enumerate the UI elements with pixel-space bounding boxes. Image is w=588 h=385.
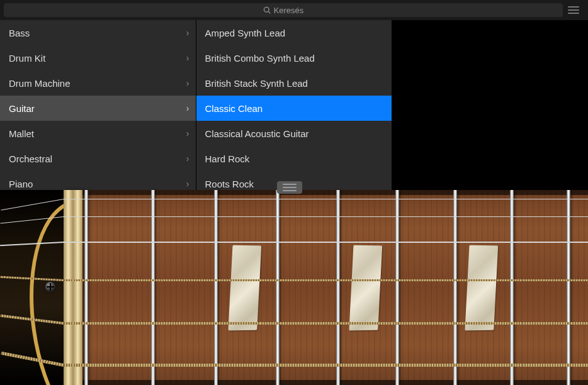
category-row[interactable]: Orchestral› bbox=[0, 146, 196, 171]
fret-wire bbox=[567, 190, 570, 385]
category-label: Mallet bbox=[9, 128, 34, 139]
preset-row[interactable]: British Stack Synth Lead bbox=[196, 70, 392, 96]
chevron-right-icon: › bbox=[186, 28, 189, 38]
category-row[interactable]: Bass› bbox=[0, 20, 196, 45]
chevron-right-icon: › bbox=[186, 153, 189, 164]
fret-wire bbox=[84, 190, 88, 385]
fret-wire bbox=[336, 190, 340, 385]
chevron-right-icon: › bbox=[186, 179, 189, 189]
guitar-nut bbox=[64, 190, 82, 385]
fret-inlay bbox=[465, 245, 498, 331]
preset-label: Roots Rock bbox=[205, 179, 254, 189]
fret-wire bbox=[276, 190, 280, 385]
guitar-fretboard[interactable] bbox=[0, 190, 588, 385]
chevron-right-icon: › bbox=[186, 53, 189, 63]
fret-inlay bbox=[349, 245, 382, 331]
preset-label: British Stack Synth Lead bbox=[205, 78, 308, 89]
category-label: Piano bbox=[9, 179, 33, 189]
fretboard-wood bbox=[0, 190, 588, 385]
category-row[interactable]: Mallet› bbox=[0, 121, 196, 146]
preset-label: Amped Synth Lead bbox=[205, 28, 286, 38]
category-label: Drum Kit bbox=[9, 53, 45, 64]
fret-wire bbox=[214, 190, 218, 385]
category-row[interactable]: Drum Machine› bbox=[0, 70, 196, 96]
preset-row[interactable]: Classical Acoustic Guitar bbox=[196, 121, 392, 146]
preset-label: Classic Clean bbox=[205, 103, 263, 114]
category-label: Orchestral bbox=[9, 153, 52, 164]
top-bar: Keresés bbox=[0, 0, 588, 21]
category-label: Bass bbox=[9, 28, 30, 38]
truss-rod-screw bbox=[45, 282, 55, 292]
fret-wire bbox=[395, 190, 399, 385]
preset-column: Amped Synth LeadBritish Combo Synth Lead… bbox=[196, 20, 392, 190]
chevron-right-icon: › bbox=[186, 128, 189, 138]
category-row[interactable]: Drum Kit› bbox=[0, 45, 196, 70]
search-icon bbox=[263, 6, 271, 14]
chevron-right-icon: › bbox=[186, 103, 189, 113]
panel-resize-handle[interactable] bbox=[277, 181, 302, 194]
category-label: Guitar bbox=[9, 103, 35, 114]
category-row[interactable]: Piano› bbox=[0, 171, 196, 190]
category-label: Drum Machine bbox=[9, 78, 71, 89]
chevron-right-icon: › bbox=[186, 78, 189, 88]
search-placeholder: Keresés bbox=[274, 6, 304, 15]
preset-row[interactable]: Classic Clean bbox=[196, 96, 392, 121]
category-column: Bass›Drum Kit›Drum Machine›Guitar›Mallet… bbox=[0, 20, 196, 190]
preset-row[interactable]: Hard Rock bbox=[196, 146, 392, 171]
preset-label: Hard Rock bbox=[205, 153, 250, 164]
preset-row[interactable]: British Combo Synth Lead bbox=[196, 45, 392, 70]
fret-wire bbox=[510, 190, 514, 385]
category-row[interactable]: Guitar› bbox=[0, 96, 196, 121]
preset-label: British Combo Synth Lead bbox=[205, 53, 315, 64]
preset-row[interactable]: Amped Synth Lead bbox=[196, 20, 392, 45]
search-input[interactable]: Keresés bbox=[4, 3, 563, 17]
fret-wire bbox=[151, 190, 155, 385]
fret-wire bbox=[453, 190, 457, 385]
menu-icon[interactable] bbox=[563, 9, 584, 11]
fret-inlay bbox=[228, 245, 261, 331]
preset-label: Classical Acoustic Guitar bbox=[205, 128, 309, 139]
sound-browser: Bass›Drum Kit›Drum Machine›Guitar›Mallet… bbox=[0, 20, 392, 190]
